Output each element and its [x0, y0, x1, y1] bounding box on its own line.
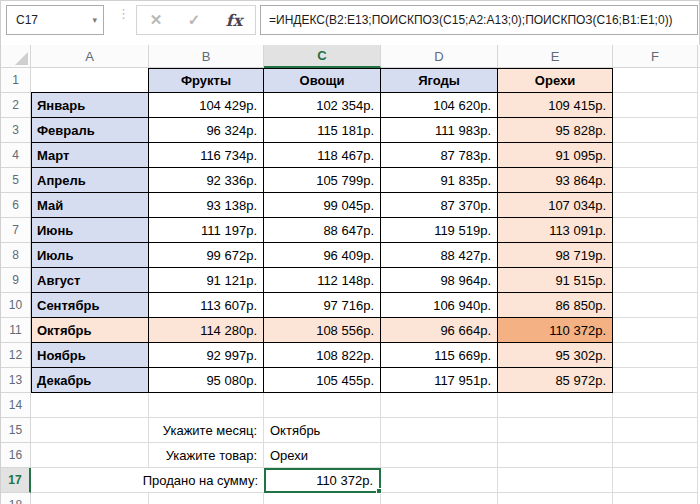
cell-empty[interactable] [381, 418, 498, 443]
cell-value-nuts[interactable]: 86 850р. [498, 293, 613, 318]
cell-empty[interactable] [613, 418, 698, 443]
cell-value-fruits[interactable]: 104 429р. [149, 93, 264, 118]
cell-value-berries[interactable]: 98 964р. [381, 268, 498, 293]
enter-icon[interactable]: ✓ [188, 11, 201, 29]
cell-value-nuts[interactable]: 109 415р. [498, 93, 613, 118]
label-month[interactable]: Укажите месяц: [149, 418, 264, 443]
cell-value-vegetables[interactable]: 105 799р. [264, 168, 381, 193]
cell-value-berries[interactable]: 104 620р. [381, 93, 498, 118]
cell-empty[interactable] [381, 393, 498, 418]
cell-empty[interactable] [613, 118, 698, 143]
name-box-dropdown-icon[interactable]: ▾ [92, 15, 97, 25]
cell-value-berries[interactable]: 88 427р. [381, 243, 498, 268]
header-nuts[interactable]: Орехи [498, 68, 613, 93]
cell-empty[interactable] [381, 443, 498, 468]
cell-empty[interactable] [498, 418, 613, 443]
cell-value-fruits[interactable]: 92 336р. [149, 168, 264, 193]
cell-empty[interactable] [149, 393, 264, 418]
cell-empty[interactable] [613, 243, 698, 268]
cell-month[interactable]: Март [31, 143, 149, 168]
fill-handle[interactable] [376, 488, 382, 494]
row-header[interactable]: 14 [1, 393, 31, 418]
column-header-e[interactable]: E [498, 45, 613, 68]
cell-value-berries[interactable]: 87 783р. [381, 143, 498, 168]
cell-empty[interactable] [613, 68, 698, 93]
cell-value-vegetables[interactable]: 96 409р. [264, 243, 381, 268]
formula-input[interactable]: =ИНДЕКС(B2:E13;ПОИСКПОЗ(C15;A2:A13;0);ПО… [260, 5, 698, 35]
cell-empty[interactable] [31, 493, 149, 504]
cell-value-berries[interactable]: 115 669р. [381, 343, 498, 368]
row-header[interactable]: 12 [1, 343, 31, 368]
cell-value-nuts[interactable]: 95 828р. [498, 118, 613, 143]
cell-value-fruits[interactable]: 96 324р. [149, 118, 264, 143]
label-total[interactable]: Продано на сумму: [31, 468, 264, 493]
cell-value-vegetables[interactable]: 108 556р. [264, 318, 381, 343]
cell-month[interactable]: Апрель [31, 168, 149, 193]
cell-empty[interactable] [613, 268, 698, 293]
cell-empty[interactable] [498, 493, 613, 504]
cell-empty[interactable] [31, 418, 149, 443]
row-header[interactable]: 7 [1, 218, 31, 243]
cell-month[interactable]: Сентябрь [31, 293, 149, 318]
cell-value-vegetables[interactable]: 115 181р. [264, 118, 381, 143]
row-header[interactable]: 1 [1, 68, 31, 93]
cell-result-selected[interactable]: 110 372р. [264, 468, 381, 493]
cell-month[interactable]: Январь [31, 93, 149, 118]
cell-value-nuts[interactable]: 107 034р. [498, 193, 613, 218]
cell-empty[interactable] [498, 468, 613, 493]
cell-value-berries[interactable]: 96 664р. [381, 318, 498, 343]
column-header-c-selected[interactable]: C [264, 45, 381, 68]
row-header[interactable]: 3 [1, 118, 31, 143]
cancel-icon[interactable]: ✕ [150, 11, 163, 29]
name-box[interactable]: C17 ▾ [6, 5, 104, 35]
row-header[interactable]: 10 [1, 293, 31, 318]
cell-month[interactable]: Май [31, 193, 149, 218]
cell-empty[interactable] [613, 343, 698, 368]
cell-empty[interactable] [613, 168, 698, 193]
cell-value-vegetables[interactable]: 88 647р. [264, 218, 381, 243]
cell-value-berries[interactable]: 117 951р. [381, 368, 498, 393]
cell-month-input[interactable]: Октябрь [264, 418, 381, 443]
cell-value-berries[interactable]: 106 940р. [381, 293, 498, 318]
cell-value-nuts[interactable]: 93 864р. [498, 168, 613, 193]
column-header-f[interactable]: F [613, 45, 698, 68]
cell-value-fruits[interactable]: 99 672р. [149, 243, 264, 268]
cell-month[interactable]: Ноябрь [31, 343, 149, 368]
insert-function-icon[interactable]: fx [226, 11, 242, 30]
cell-month[interactable]: Октябрь [31, 318, 149, 343]
cell-empty[interactable] [613, 143, 698, 168]
cell-empty[interactable] [613, 468, 698, 493]
cell-value-vegetables[interactable]: 102 354р. [264, 93, 381, 118]
cell-empty[interactable] [613, 93, 698, 118]
cell-month[interactable]: Февраль [31, 118, 149, 143]
cell-value-nuts[interactable]: 95 302р. [498, 343, 613, 368]
cell-value-fruits[interactable]: 114 280р. [149, 318, 264, 343]
cell-value-fruits[interactable]: 92 997р. [149, 343, 264, 368]
cell-empty[interactable] [381, 493, 498, 504]
cell-month[interactable]: Декабрь [31, 368, 149, 393]
cell-empty[interactable] [613, 443, 698, 468]
cell-value-nuts[interactable]: 91 515р. [498, 268, 613, 293]
cell-empty[interactable] [613, 293, 698, 318]
cell-empty[interactable] [381, 468, 498, 493]
cell-empty[interactable] [613, 218, 698, 243]
cell-month[interactable]: Июнь [31, 218, 149, 243]
cell-value-nuts[interactable]: 85 972р. [498, 368, 613, 393]
cell-empty[interactable] [149, 493, 264, 504]
cell-empty[interactable] [498, 443, 613, 468]
cell-a1-empty[interactable] [31, 68, 149, 93]
row-header[interactable]: 2 [1, 93, 31, 118]
cell-value-nuts-result[interactable]: 110 372р. [498, 318, 613, 343]
label-product[interactable]: Укажите товар: [149, 443, 264, 468]
cell-empty[interactable] [31, 443, 149, 468]
cell-value-nuts[interactable]: 113 091р. [498, 218, 613, 243]
cell-value-vegetables[interactable]: 112 148р. [264, 268, 381, 293]
row-header[interactable]: 4 [1, 143, 31, 168]
cell-empty[interactable] [264, 393, 381, 418]
cell-value-berries[interactable]: 111 983р. [381, 118, 498, 143]
column-header-b[interactable]: B [149, 45, 264, 68]
header-berries[interactable]: Ягоды [381, 68, 498, 93]
row-header[interactable]: 9 [1, 268, 31, 293]
cell-value-vegetables[interactable]: 97 716р. [264, 293, 381, 318]
cell-value-fruits[interactable]: 116 734р. [149, 143, 264, 168]
